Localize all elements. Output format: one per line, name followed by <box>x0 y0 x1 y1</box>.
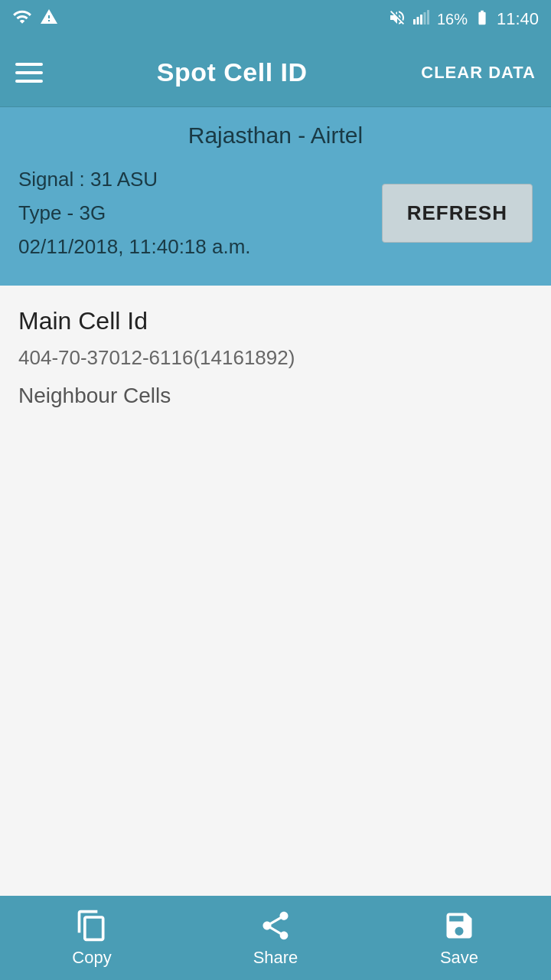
time-display: 11:40 <box>497 9 539 29</box>
svg-rect-3 <box>423 12 425 24</box>
carrier-name: Rajasthan - Airtel <box>18 122 533 149</box>
app-title: Spot Cell ID <box>157 57 308 87</box>
refresh-button[interactable]: REFRESH <box>382 184 533 243</box>
share-nav-item[interactable]: Share <box>184 908 367 968</box>
svg-rect-2 <box>420 15 422 24</box>
save-icon <box>442 908 477 943</box>
copy-label: Copy <box>72 948 111 968</box>
main-cell-id-title: Main Cell Id <box>18 307 533 335</box>
copy-nav-item[interactable]: Copy <box>0 908 184 968</box>
app-bar: Spot Cell ID CLEAR DATA <box>0 38 551 107</box>
signal-info-block: Signal : 31 ASU Type - 3G 02/11/2018, 11… <box>18 162 251 264</box>
battery-text: 16% <box>437 11 468 28</box>
status-bar: 16% 11:40 <box>0 0 551 38</box>
share-label: Share <box>253 948 298 968</box>
cell-id-value: 404-70-37012-6116(14161892) <box>18 346 533 370</box>
save-label: Save <box>440 948 478 968</box>
header-info-row: Signal : 31 ASU Type - 3G 02/11/2018, 11… <box>18 162 533 264</box>
datetime-value: 02/11/2018, 11:40:18 a.m. <box>18 230 251 263</box>
signal-icon <box>412 8 431 31</box>
menu-button[interactable] <box>15 63 43 83</box>
share-icon <box>258 908 293 943</box>
header-info-section: Rajasthan - Airtel Signal : 31 ASU Type … <box>0 107 551 286</box>
svg-rect-0 <box>413 19 416 24</box>
type-value: Type - 3G <box>18 196 251 230</box>
bottom-nav: Copy Share Save <box>0 896 551 980</box>
wifi-icon <box>12 7 32 31</box>
copy-icon <box>74 908 109 943</box>
main-content: Main Cell Id 404-70-37012-6116(14161892)… <box>0 286 551 913</box>
neighbour-cells-title: Neighbour Cells <box>18 384 533 408</box>
svg-rect-1 <box>416 17 419 24</box>
status-bar-left <box>12 7 58 31</box>
battery-icon <box>474 9 491 30</box>
signal-value: Signal : 31 ASU <box>18 162 251 196</box>
silent-icon <box>388 8 406 31</box>
clear-data-button[interactable]: CLEAR DATA <box>421 63 536 83</box>
status-bar-right: 16% 11:40 <box>388 8 539 31</box>
warning-icon <box>40 8 58 31</box>
svg-rect-4 <box>427 10 429 24</box>
save-nav-item[interactable]: Save <box>367 908 551 968</box>
